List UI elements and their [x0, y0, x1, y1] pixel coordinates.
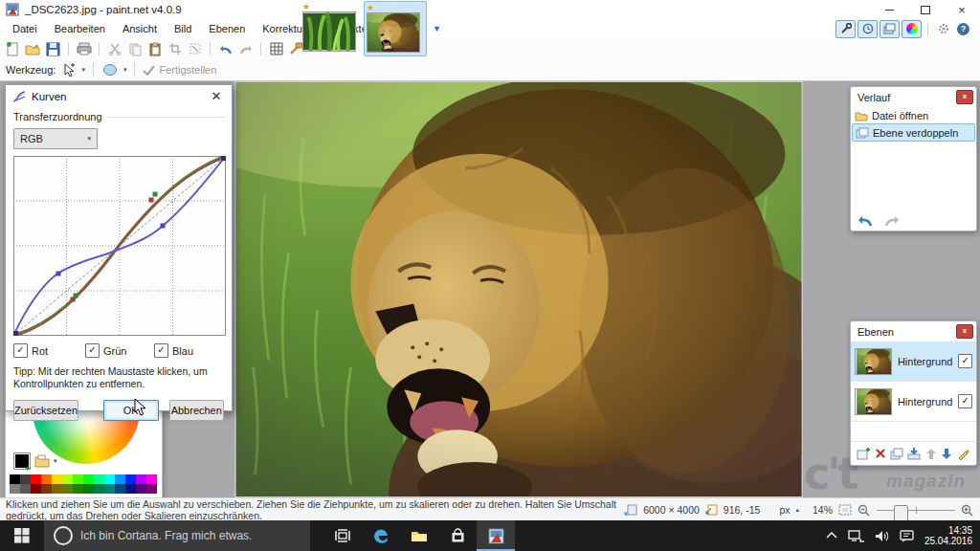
menu-bearbeiten[interactable]: Bearbeiten: [46, 21, 114, 36]
palette-swatch[interactable]: [104, 474, 115, 484]
toggle-colors-panel[interactable]: [902, 20, 922, 38]
image-tab-grass[interactable]: ★: [301, 1, 362, 55]
deselect-button[interactable]: [186, 40, 204, 58]
minimize-button[interactable]: [871, 0, 907, 19]
task-view-button[interactable]: [323, 520, 362, 551]
palette-swatch[interactable]: [10, 474, 20, 484]
palette-swatch[interactable]: [31, 474, 41, 484]
menu-datei[interactable]: Datei: [4, 21, 46, 36]
menu-ebenen[interactable]: Ebenen: [200, 21, 254, 36]
move-layer-up-icon[interactable]: [925, 448, 937, 460]
zoom-value[interactable]: 14%: [813, 504, 833, 516]
layer-properties-icon[interactable]: [957, 448, 970, 460]
help-button[interactable]: ?: [954, 21, 972, 37]
paintnet-taskbar-button[interactable]: [477, 520, 515, 551]
store-button[interactable]: [438, 520, 477, 551]
curves-close-icon[interactable]: ✕: [208, 89, 225, 103]
new-file-button[interactable]: [4, 40, 22, 58]
selection-dropdown-caret[interactable]: ▾: [123, 66, 127, 74]
tray-chevron-icon[interactable]: [826, 532, 837, 540]
palette-swatch[interactable]: [125, 474, 136, 484]
palette-swatch[interactable]: [83, 474, 94, 484]
palette-swatch[interactable]: [146, 474, 157, 484]
settings-button[interactable]: [934, 21, 952, 37]
clock[interactable]: 14:35 25.04.2016: [924, 525, 972, 547]
palette-caret-icon[interactable]: ▾: [54, 457, 57, 465]
image-list-caret[interactable]: ▼: [433, 24, 441, 33]
palette-swatch[interactable]: [136, 474, 146, 484]
zoom-out-icon[interactable]: [858, 504, 871, 517]
red-channel-checkbox[interactable]: ✓Rot: [13, 343, 85, 358]
finish-label[interactable]: Fertigstellen: [159, 64, 216, 76]
pixel-grid-button[interactable]: [267, 40, 285, 58]
move-layer-down-icon[interactable]: [941, 448, 952, 460]
layer-row-top[interactable]: Hintergrund ✓: [851, 342, 976, 382]
save-button[interactable]: [44, 40, 62, 58]
curves-dialog-titlebar[interactable]: Kurven ✕: [6, 85, 232, 107]
palette-swatch[interactable]: [73, 474, 83, 484]
palette-swatch[interactable]: [62, 484, 73, 494]
canvas[interactable]: [235, 82, 802, 496]
image-tab-lion[interactable]: ★: [364, 1, 427, 56]
palette-swatch[interactable]: [31, 484, 41, 494]
edge-button[interactable]: [362, 520, 400, 551]
zoom-in-icon[interactable]: [961, 504, 974, 517]
palette-swatch[interactable]: [125, 484, 136, 494]
zoom-slider[interactable]: [877, 504, 955, 517]
delete-layer-icon[interactable]: [875, 448, 886, 459]
palette-swatch[interactable]: [20, 484, 31, 494]
blue-channel-checkbox[interactable]: ✓Blau: [154, 343, 193, 358]
undo-button[interactable]: [216, 40, 234, 58]
palette-swatch[interactable]: [136, 484, 146, 494]
add-layer-icon[interactable]: [857, 448, 870, 460]
history-redo-icon[interactable]: [883, 214, 901, 227]
unit-select[interactable]: px: [779, 504, 790, 516]
ellipse-select-tool[interactable]: [101, 61, 120, 79]
palette-swatch[interactable]: [41, 484, 52, 494]
toggle-tools-panel[interactable]: [835, 20, 856, 38]
open-file-button[interactable]: [24, 40, 42, 58]
layer-row-bottom[interactable]: Hintergrund ✓: [851, 382, 976, 422]
layer-visible-checkbox[interactable]: ✓: [958, 394, 972, 408]
unit-caret-icon[interactable]: ▴: [795, 506, 799, 514]
print-button[interactable]: [75, 40, 93, 58]
menu-ansicht[interactable]: Ansicht: [114, 21, 166, 36]
move-selection-tool[interactable]: [59, 61, 78, 79]
network-icon[interactable]: [848, 530, 864, 542]
channel-select[interactable]: RGB ▾: [13, 128, 98, 149]
paste-button[interactable]: [145, 40, 164, 58]
green-channel-checkbox[interactable]: ✓Grün: [85, 343, 154, 358]
layer-visible-checkbox[interactable]: ✓: [958, 354, 972, 368]
palette-swatch[interactable]: [83, 484, 94, 494]
toggle-history-panel[interactable]: [858, 20, 878, 38]
palette-swatch[interactable]: [73, 484, 83, 494]
maximize-button[interactable]: [907, 0, 944, 19]
ok-button[interactable]: OK: [103, 400, 159, 421]
palette-swatch[interactable]: [115, 474, 125, 484]
reset-button[interactable]: Zurücksetzen: [13, 400, 78, 421]
zoom-slider-thumb[interactable]: [894, 505, 908, 522]
tool-dropdown-caret[interactable]: ▾: [81, 66, 85, 74]
toggle-layers-panel[interactable]: [880, 20, 900, 38]
close-button[interactable]: ×: [944, 0, 980, 19]
file-explorer-button[interactable]: [400, 520, 438, 551]
start-button[interactable]: [0, 520, 44, 551]
volume-icon[interactable]: [875, 530, 889, 542]
palette-swatch[interactable]: [104, 484, 115, 494]
palette-swatch[interactable]: [115, 484, 125, 494]
palette-swatch[interactable]: [146, 484, 157, 494]
history-item-open[interactable]: Datei öffnen: [852, 107, 975, 123]
merge-down-icon[interactable]: [907, 448, 921, 460]
cancel-button[interactable]: Abbrechen: [169, 400, 225, 421]
crop-button[interactable]: [166, 40, 184, 58]
fit-window-icon[interactable]: [838, 504, 852, 516]
palette-menu-icon[interactable]: [34, 453, 50, 468]
redo-button[interactable]: [236, 40, 255, 58]
curves-graph[interactable]: [13, 156, 226, 336]
menu-bild[interactable]: Bild: [166, 21, 200, 36]
palette-swatch[interactable]: [20, 474, 31, 484]
duplicate-layer-icon[interactable]: [890, 448, 903, 460]
palette-swatch[interactable]: [94, 474, 104, 484]
history-close-button[interactable]: x: [956, 90, 973, 104]
palette-swatch[interactable]: [94, 484, 104, 494]
